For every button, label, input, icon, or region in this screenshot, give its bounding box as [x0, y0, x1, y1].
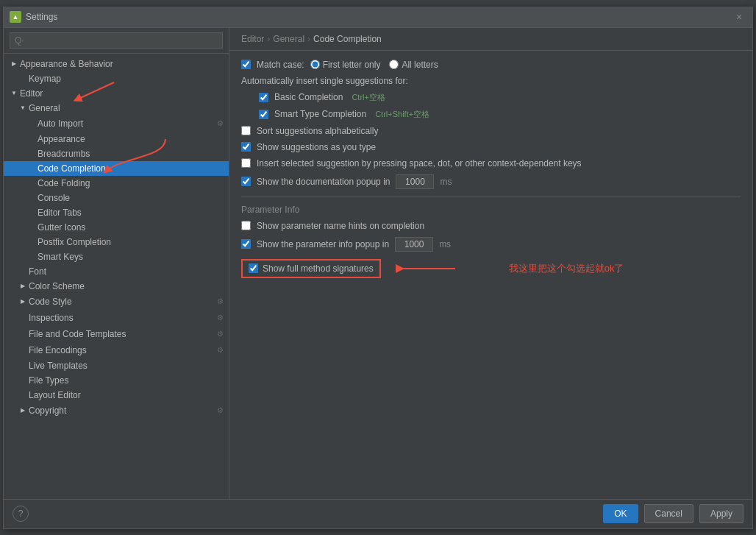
dialog-title: Settings [26, 12, 732, 22]
sidebar-item-label: Editor [20, 88, 226, 99]
nav-tree: ▶ Appearance & Behavior ▶ Keymap ▼ Edito… [4, 54, 229, 499]
doc-popup-value[interactable] [396, 174, 434, 189]
sidebar-item-smart-keys[interactable]: ▶ Smart Keys [4, 249, 229, 264]
sort-alpha-label[interactable]: Sort suggestions alphabetically [257, 126, 378, 136]
match-case-radio-group: First letter only All letters [310, 60, 438, 70]
insert-selected-row: Insert selected suggestion by pressing s… [241, 158, 741, 169]
sidebar-item-label: Appearance & Behavior [20, 59, 226, 69]
sidebar-item-auto-import[interactable]: ▶ Auto Import ⚙ [4, 116, 229, 132]
param-popup-unit: ms [439, 239, 451, 249]
smart-completion-shortcut: Ctrl+Shift+空格 [375, 109, 429, 120]
sidebar-item-label: Color Scheme [29, 281, 226, 291]
show-param-popup-label[interactable]: Show the parameter info popup in [257, 239, 389, 249]
match-case-row: Match case: First letter only All letter… [241, 60, 741, 70]
breadcrumb-part-editor: Editor [241, 34, 264, 44]
help-button[interactable]: ? [13, 506, 29, 522]
breadcrumb: Editor › General › Code Completion [229, 28, 752, 51]
settings-icon: ⚙ [214, 118, 226, 130]
sidebar-item-label: Gutter Icons [38, 222, 226, 233]
show-param-popup-checkbox[interactable] [241, 239, 251, 249]
settings-icon: ⚙ [214, 328, 226, 340]
breadcrumb-sep-1: › [267, 34, 270, 44]
show-suggestions-label[interactable]: Show suggestions as you type [257, 142, 376, 152]
apply-button[interactable]: Apply [699, 504, 743, 523]
show-full-sigs-checkbox[interactable] [249, 263, 258, 273]
sidebar-item-file-types[interactable]: ▶ File Types [4, 373, 229, 388]
sidebar-item-live-templates[interactable]: ▶ Live Templates [4, 358, 229, 373]
sidebar-item-general[interactable]: ▼ General [4, 101, 229, 116]
all-letters-radio[interactable] [389, 60, 399, 69]
sidebar-item-label: Inspections [29, 313, 211, 323]
first-letter-radio[interactable] [310, 60, 320, 69]
basic-completion-label[interactable]: Basic Completion [274, 92, 343, 102]
sidebar-item-label: Appearance [38, 134, 226, 144]
match-case-label[interactable]: Match case: [257, 60, 304, 70]
auto-insert-label: Automatically insert single suggestions … [241, 76, 408, 86]
sidebar-item-label: Layout Editor [29, 390, 226, 400]
sidebar-item-code-folding[interactable]: ▶ Code Folding [4, 176, 229, 191]
show-full-sigs-label[interactable]: Show full method signatures [263, 263, 374, 274]
sidebar-item-label: Auto Import [38, 118, 211, 129]
expand-arrow: ▶ [18, 297, 27, 306]
sidebar-item-keymap[interactable]: ▶ Keymap [4, 71, 229, 86]
sidebar-item-gutter-icons[interactable]: ▶ Gutter Icons [4, 220, 229, 235]
insert-selected-label[interactable]: Insert selected suggestion by pressing s… [257, 158, 582, 169]
show-doc-popup-label[interactable]: Show the documentation popup in [257, 177, 390, 187]
sort-alpha-checkbox[interactable] [241, 126, 251, 135]
cancel-button[interactable]: Cancel [644, 504, 693, 523]
annotation-label: 我这里把这个勾选起就ok了 [509, 262, 624, 275]
full-sigs-highlight-box: Show full method signatures [241, 259, 381, 278]
sidebar-item-copyright[interactable]: ▶ Copyright ⚙ [4, 403, 229, 419]
search-bar [4, 28, 229, 54]
match-case-checkbox[interactable] [241, 60, 251, 69]
sidebar-item-editor-tabs[interactable]: ▶ Editor Tabs [4, 205, 229, 220]
close-button[interactable]: × [732, 10, 746, 24]
sidebar-item-code-style[interactable]: ▶ Code Style ⚙ [4, 294, 229, 310]
sidebar-item-label: File and Code Templates [29, 329, 211, 339]
basic-completion-shortcut: Ctrl+空格 [352, 92, 385, 103]
sidebar-item-file-code-templates[interactable]: ▶ File and Code Templates ⚙ [4, 326, 229, 342]
show-param-hints-checkbox[interactable] [241, 221, 251, 230]
param-popup-value[interactable] [395, 237, 433, 252]
sidebar-item-appearance[interactable]: ▶ Appearance [4, 132, 229, 146]
settings-icon: ⚙ [214, 312, 226, 324]
search-input[interactable] [10, 32, 223, 49]
sidebar-item-editor[interactable]: ▼ Editor [4, 86, 229, 101]
breadcrumb-part-current: Code Completion [313, 34, 382, 44]
sidebar-item-breadcrumbs[interactable]: ▶ Breadcrumbs [4, 146, 229, 161]
ok-button[interactable]: OK [603, 504, 638, 523]
basic-completion-row: Basic Completion Ctrl+空格 [259, 92, 741, 103]
sidebar-item-postfix-completion[interactable]: ▶ Postfix Completion [4, 235, 229, 249]
sidebar-item-label: Postfix Completion [38, 237, 226, 247]
smart-completion-label[interactable]: Smart Type Completion [274, 109, 366, 119]
sidebar-item-inspections[interactable]: ▶ Inspections ⚙ [4, 310, 229, 326]
sidebar-item-file-encodings[interactable]: ▶ File Encodings ⚙ [4, 342, 229, 358]
sidebar-item-console[interactable]: ▶ Console [4, 191, 229, 205]
all-letters-option[interactable]: All letters [389, 60, 438, 70]
expand-arrow: ▶ [18, 282, 27, 291]
show-suggestions-checkbox[interactable] [241, 142, 251, 152]
sidebar-item-font[interactable]: ▶ Font [4, 264, 229, 279]
sidebar-item-label: Live Templates [29, 361, 226, 371]
sidebar-item-label: General [29, 103, 226, 113]
sidebar-item-label: Code Style [29, 297, 211, 307]
show-full-sigs-row: Show full method signatures 我这里把这个勾选起就ok… [241, 258, 741, 280]
show-param-hints-label[interactable]: Show parameter name hints on completion [257, 221, 424, 231]
insert-selected-checkbox[interactable] [241, 158, 251, 168]
sidebar-item-label: Editor Tabs [38, 208, 226, 218]
first-letter-option[interactable]: First letter only [310, 60, 381, 70]
smart-completion-checkbox[interactable] [259, 110, 268, 119]
sidebar-item-color-scheme[interactable]: ▶ Color Scheme [4, 279, 229, 294]
sidebar-item-code-completion[interactable]: ▶ Code Completion [4, 161, 229, 176]
show-suggestions-row: Show suggestions as you type [241, 142, 741, 152]
show-doc-popup-checkbox[interactable] [241, 177, 251, 186]
expand-arrow: ▼ [10, 89, 18, 98]
sidebar-item-appearance-behavior[interactable]: ▶ Appearance & Behavior [4, 57, 229, 71]
title-bar: ▲ Settings × [4, 7, 752, 28]
basic-completion-checkbox[interactable] [259, 93, 268, 102]
settings-content: Match case: First letter only All letter… [229, 51, 752, 499]
sidebar-item-label: File Types [29, 375, 226, 386]
sidebar-item-layout-editor[interactable]: ▶ Layout Editor [4, 388, 229, 403]
section-divider [241, 196, 741, 197]
expand-arrow: ▼ [18, 104, 27, 113]
